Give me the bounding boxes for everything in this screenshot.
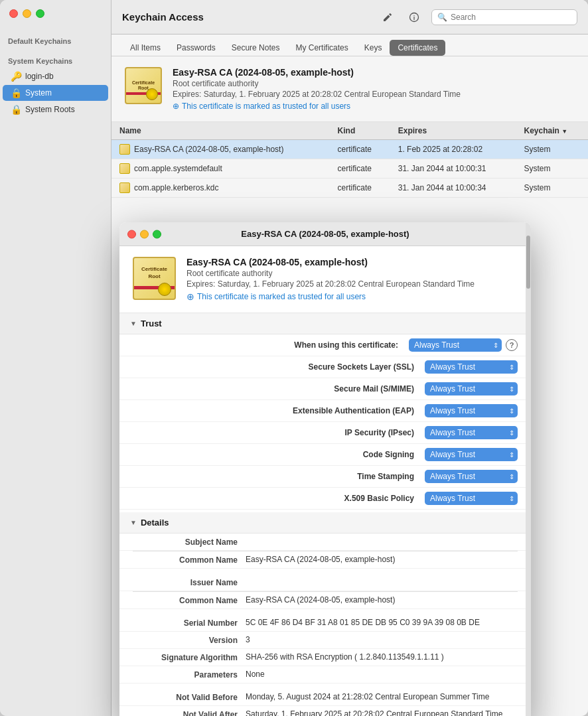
sidebar: Default Keychains System Keychains 🔑 log… xyxy=(0,0,111,716)
help-button[interactable]: ? xyxy=(506,339,518,351)
trust-select-codesign[interactable]: Always Trust xyxy=(425,448,518,461)
cert-name-cell: com.apple.systemdefault xyxy=(111,159,330,179)
detail-row-sig-algorithm: Signature Algorithm SHA-256 with RSA Enc… xyxy=(119,649,531,666)
svg-text:i: i xyxy=(413,15,415,21)
trust-select-eap[interactable]: Always Trust xyxy=(425,404,518,417)
cert-thumbnail: CertificateRoot xyxy=(125,67,162,104)
lock-icon-2: 🔒 xyxy=(11,104,21,115)
modal-cert-title: Easy-RSA CA (2024-08-05, example-host) xyxy=(186,257,475,267)
trust-select-wrapper-x509: Always Trust xyxy=(425,492,518,505)
sidebar-item-login-db[interactable]: 🔑 login-db xyxy=(3,68,108,84)
key-icon: 🔑 xyxy=(11,71,21,82)
trust-select-ssl[interactable]: Always Trust xyxy=(425,360,518,374)
table-row[interactable]: com.apple.kerberos.kdc certificate 31. J… xyxy=(111,179,588,198)
modal-minimize-button[interactable] xyxy=(140,230,149,238)
detail-row-subject-name-header: Subject Name xyxy=(119,534,531,551)
detail-label: Not Valid After xyxy=(133,709,246,716)
detail-value: None xyxy=(246,670,518,679)
trust-select-wrapper: Always Trust xyxy=(409,338,502,352)
app-title: Keychain Access xyxy=(122,11,204,23)
col-name[interactable]: Name xyxy=(111,122,330,140)
detail-value: Monday, 5. August 2024 at 21:28:02 Centr… xyxy=(246,692,518,701)
trust-select-wrapper-main: Always Trust ? xyxy=(409,338,518,352)
detail-value: SHA-256 with RSA Encryption ( 1.2.840.11… xyxy=(246,652,518,662)
trust-row-ipsec: IP Security (IPsec) Always Trust xyxy=(119,422,531,444)
detail-row-subject-common-name: Common Name Easy-RSA CA (2024-08-05, exa… xyxy=(119,551,531,569)
col-keychain[interactable]: Keychain ▼ xyxy=(516,122,589,140)
trust-label-eap: Extensible Authentication (EAP) xyxy=(133,406,425,415)
detail-label: Common Name xyxy=(133,555,246,565)
modal-close-button[interactable] xyxy=(127,230,136,238)
trust-section-header[interactable]: ▼ Trust xyxy=(119,313,531,334)
detail-value: 3 xyxy=(246,635,518,644)
tab-secure-notes[interactable]: Secure Notes xyxy=(224,40,288,56)
trust-select-wrapper-ipsec: Always Trust xyxy=(425,426,518,439)
cert-expires: Expires: Saturday, 1. February 2025 at 2… xyxy=(173,90,461,99)
trust-select-wrapper-ssl: Always Trust xyxy=(425,360,518,374)
detail-label: Not Valid Before xyxy=(133,692,246,702)
col-kind[interactable]: Kind xyxy=(330,122,390,140)
search-input[interactable] xyxy=(451,13,570,22)
trust-row-ssl: Secure Sockets Layer (SSL) Always Trust xyxy=(119,356,531,378)
compose-button[interactable] xyxy=(378,8,397,27)
trust-select-mail[interactable]: Always Trust xyxy=(425,382,518,395)
details-section-label: Details xyxy=(141,518,169,528)
sidebar-item-label: login-db xyxy=(25,72,54,81)
table-row[interactable]: Easy-RSA CA (2024-08-05, example-host) c… xyxy=(111,140,588,159)
detail-row-serial: Serial Number 5C 0E 4F 86 D4 BF 31 A8 01… xyxy=(119,614,531,632)
search-icon: 🔍 xyxy=(437,13,447,22)
details-section-header[interactable]: ▼ Details xyxy=(119,512,531,534)
detail-row-version: Version 3 xyxy=(119,632,531,649)
cert-trusted-msg: This certificate is marked as trusted fo… xyxy=(173,102,461,111)
modal-maximize-button[interactable] xyxy=(153,230,161,238)
sort-icon: ▼ xyxy=(561,128,567,135)
trust-select-x509[interactable]: Always Trust xyxy=(425,492,518,505)
cert-name-cell: com.apple.kerberos.kdc xyxy=(111,179,330,198)
sidebar-item-label: System xyxy=(25,88,52,98)
modal-cert-expires: Expires: Saturday, 1. February 2025 at 2… xyxy=(186,279,475,289)
modal-titlebar: Easy-RSA CA (2024-08-05, example-host) xyxy=(119,222,531,246)
info-button[interactable]: i xyxy=(405,8,423,27)
modal-cert-icon: CertificateRoot xyxy=(133,257,176,300)
cert-detail-header: CertificateRoot Easy-RSA CA (2024-08-05,… xyxy=(111,56,588,122)
trust-select-wrapper-codesign: Always Trust xyxy=(425,448,518,461)
cert-detail-info: Easy-RSA CA (2024-08-05, example-host) R… xyxy=(173,67,461,111)
sidebar-item-system-roots[interactable]: 🔒 System Roots xyxy=(3,102,108,117)
detail-label: Common Name xyxy=(133,595,246,605)
minimize-button[interactable] xyxy=(23,9,31,18)
tab-all-items[interactable]: All Items xyxy=(122,40,169,56)
modal-scrollbar[interactable] xyxy=(526,222,531,716)
sidebar-section-default-keychains: Default Keychains xyxy=(0,33,111,48)
close-button[interactable] xyxy=(9,9,18,18)
modal-cert-subtitle: Root certificate authority xyxy=(186,269,475,278)
lock-icon: 🔒 xyxy=(11,88,21,98)
trust-label-codesign: Code Signing xyxy=(133,450,425,459)
tab-passwords[interactable]: Passwords xyxy=(169,40,224,56)
trust-select-main[interactable]: Always Trust xyxy=(409,338,502,352)
detail-value: 5C 0E 4F 86 D4 BF 31 A8 01 85 DE DB 95 C… xyxy=(246,618,518,627)
detail-label: Issuer Name xyxy=(133,577,246,587)
trust-label-main: When using this certificate: xyxy=(133,340,409,350)
trust-select-timestamping[interactable]: Always Trust xyxy=(425,470,518,483)
trusted-icon: ⊕ xyxy=(186,291,194,302)
detail-row-issuer-common-name: Common Name Easy-RSA CA (2024-08-05, exa… xyxy=(119,592,531,609)
trust-row-timestamping: Time Stamping Always Trust xyxy=(119,466,531,488)
maximize-button[interactable] xyxy=(36,9,44,18)
trust-label-timestamping: Time Stamping xyxy=(133,472,425,481)
trust-row-mail: Secure Mail (S/MIME) Always Trust xyxy=(119,378,531,400)
tab-my-certificates[interactable]: My Certificates xyxy=(287,40,356,56)
tab-keys[interactable]: Keys xyxy=(356,40,390,56)
col-expires[interactable]: Expires xyxy=(390,122,516,140)
sidebar-item-label: System Roots xyxy=(25,105,75,114)
cert-title: Easy-RSA CA (2024-08-05, example-host) xyxy=(173,67,461,78)
sidebar-section-system-keychains: System Keychains xyxy=(0,53,111,68)
trust-row-main: When using this certificate: Always Trus… xyxy=(119,334,531,356)
trust-select-wrapper-timestamping: Always Trust xyxy=(425,470,518,483)
modal-cert-header: CertificateRoot Easy-RSA CA (2024-08-05,… xyxy=(119,246,531,313)
sidebar-item-system[interactable]: 🔒 System xyxy=(3,85,108,101)
tab-certificates[interactable]: Certificates xyxy=(390,40,445,56)
trust-select-ipsec[interactable]: Always Trust xyxy=(425,426,518,439)
scrollbar-thumb[interactable] xyxy=(526,236,530,289)
detail-row-not-valid-after: Not Valid After Saturday, 1. February 20… xyxy=(119,706,531,716)
table-row[interactable]: com.apple.systemdefault certificate 31. … xyxy=(111,159,588,179)
